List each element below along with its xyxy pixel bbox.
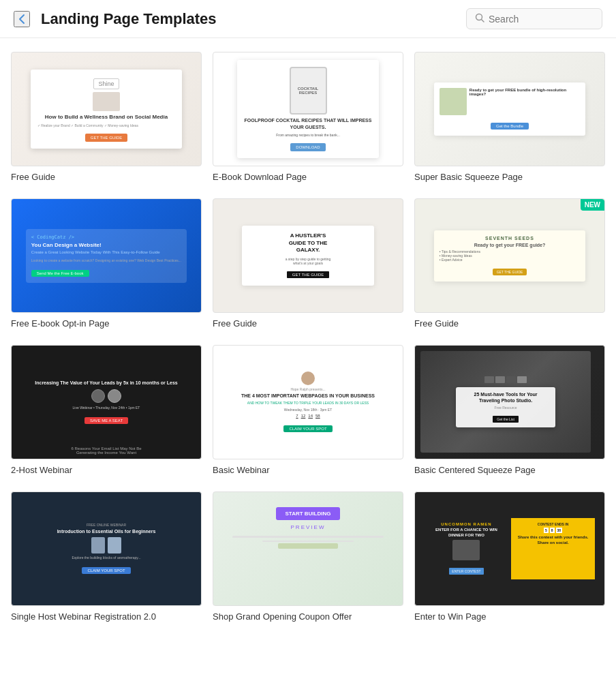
new-badge: NEW [581,199,604,211]
thumbnail-oils: FREE ONLINE WEBINAR Introduction to Esse… [11,491,202,606]
templates-grid: Shine How to Build a Wellness Brand on S… [0,38,616,635]
template-label: 2-Host Webinar [11,465,202,475]
thumbnail-squeeze: Ready to get your FREE bundle of high-re… [414,52,605,166]
page-title: Landing Page Templates [41,10,466,28]
template-card-2host-webinar[interactable]: Increasing The Value of Your Leads by 5x… [11,345,202,475]
template-label: E-Book Download Page [213,172,403,182]
template-label: Enter to Win Page [414,611,605,622]
template-label: Free Guide [414,318,605,329]
template-card-hustler[interactable]: A HUSTLER'SGUIDE TO THEGALAXY. a step by… [213,198,403,329]
template-label: Free E-book Opt-in Page [11,318,202,329]
template-label: Free Guide [213,318,403,329]
thumbnail-coding: < CodingCatz /> You Can Design a Website… [11,198,202,313]
thumbnail-shopgrand: START BUILDING PREVIEW [213,491,403,606]
thumbnail-basicwebinar: Hope Ralph presents... THE 4 MOST IMPORT… [213,345,403,459]
svg-line-1 [482,20,484,22]
thumbnail-ebook: COCKTAILRECIPES FOOLPROOF COCKTAIL RECIP… [213,52,403,166]
template-card-shop-grand[interactable]: START BUILDING PREVIEW Shop Grand Openin… [213,491,403,622]
thumbnail-webinar2host: Increasing The Value of Your Leads by 5x… [11,345,202,459]
search-input[interactable] [489,14,594,25]
thumbnail-contest: UNCOMMON RAMEN ENTER FOR A CHANCE TO WIN… [414,491,605,606]
template-card-basic-webinar[interactable]: Hope Ralph presents... THE 4 MOST IMPORT… [213,345,403,475]
template-card-free-guide[interactable]: Shine How to Build a Wellness Brand on S… [11,52,202,182]
template-card-ebook-optin[interactable]: < CodingCatz /> You Can Design a Website… [11,198,202,329]
template-label: Free Guide [11,172,202,182]
template-card-seeds[interactable]: NEW SEVENTH SEEDS Ready to get your FREE… [414,198,605,329]
template-label: Shop Grand Opening Coupon Offer [213,611,403,622]
thumbnail-free-guide: Shine How to Build a Wellness Brand on S… [11,52,202,166]
template-card-cameras[interactable]: 25 Must-have Tools for Your Traveling Ph… [414,345,605,475]
template-label: Basic Webinar [213,465,403,475]
back-button[interactable] [14,11,30,27]
template-card-single-host[interactable]: FREE ONLINE WEBINAR Introduction to Esse… [11,491,202,622]
search-icon [475,13,484,25]
header: Landing Page Templates [0,0,616,38]
thumbnail-seeds: NEW SEVENTH SEEDS Ready to get your FREE… [414,198,605,313]
thumbnail-cameras: 25 Must-have Tools for Your Traveling Ph… [414,345,605,459]
search-bar[interactable] [466,8,602,29]
template-label: Single Host Webinar Registration 2.0 [11,611,202,622]
template-label: Super Basic Squeeze Page [414,172,605,182]
template-card-squeeze[interactable]: Ready to get your FREE bundle of high-re… [414,52,605,182]
thumbnail-hustler: A HUSTLER'SGUIDE TO THEGALAXY. a step by… [213,198,403,313]
template-card-enter-win[interactable]: UNCOMMON RAMEN ENTER FOR A CHANCE TO WIN… [414,491,605,622]
template-card-ebook[interactable]: COCKTAILRECIPES FOOLPROOF COCKTAIL RECIP… [213,52,403,182]
template-label: Basic Centered Squeeze Page [414,465,605,475]
